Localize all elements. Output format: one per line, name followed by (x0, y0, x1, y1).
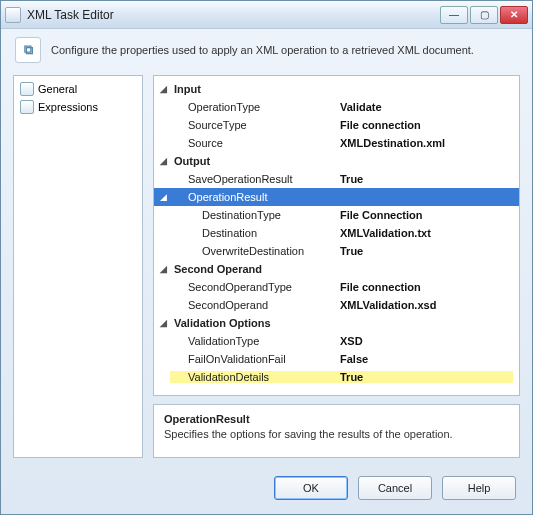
prop-label: OperationResult (170, 191, 340, 203)
nav-item-general[interactable]: General (14, 80, 142, 98)
prop-value[interactable]: True (340, 371, 513, 383)
page-icon (20, 82, 34, 96)
collapse-icon: ◢ (160, 264, 170, 274)
prop-label: OperationType (170, 101, 340, 113)
maximize-button[interactable]: ▢ (470, 6, 498, 24)
titlebar[interactable]: XML Task Editor — ▢ ✕ (1, 1, 532, 29)
prop-value[interactable]: XMLDestination.xml (340, 137, 513, 149)
minimize-button[interactable]: — (440, 6, 468, 24)
window-controls: — ▢ ✕ (440, 6, 528, 24)
prop-row-selected[interactable]: ◢ OperationResult (154, 188, 519, 206)
window-title: XML Task Editor (27, 8, 440, 22)
help-box: OperationResult Specifies the options fo… (153, 404, 520, 458)
prop-value[interactable]: Validate (340, 101, 513, 113)
body: General Expressions ◢ Input OperationTyp… (1, 75, 532, 466)
prop-value[interactable]: False (340, 353, 513, 365)
prop-label: ValidationDetails (170, 371, 340, 383)
prop-value[interactable]: XSD (340, 335, 513, 347)
cancel-button[interactable]: Cancel (358, 476, 432, 500)
prop-row[interactable]: SecondOperand XMLValidation.xsd (154, 296, 519, 314)
prop-value[interactable]: True (340, 245, 513, 257)
collapse-icon: ◢ (160, 84, 170, 94)
category-label: Input (170, 83, 340, 95)
prop-label: SecondOperand (170, 299, 340, 311)
description-row: ⧉ Configure the properties used to apply… (1, 29, 532, 75)
prop-row[interactable]: SourceType File connection (154, 116, 519, 134)
collapse-icon: ◢ (160, 318, 170, 328)
help-text: Specifies the options for saving the res… (164, 428, 509, 440)
prop-row[interactable]: OverwriteDestination True (154, 242, 519, 260)
property-grid[interactable]: ◢ Input OperationType Validate SourceTyp… (153, 75, 520, 396)
prop-label: SourceType (170, 119, 340, 131)
prop-row[interactable]: Destination XMLValidation.txt (154, 224, 519, 242)
prop-value[interactable]: File Connection (340, 209, 513, 221)
prop-row[interactable]: SaveOperationResult True (154, 170, 519, 188)
page-icon (20, 100, 34, 114)
prop-row[interactable]: SecondOperandType File connection (154, 278, 519, 296)
prop-label: Source (170, 137, 340, 149)
nav-label: Expressions (38, 101, 98, 113)
category-validation[interactable]: ◢ Validation Options (154, 314, 519, 332)
category-input[interactable]: ◢ Input (154, 80, 519, 98)
prop-row[interactable]: ValidationType XSD (154, 332, 519, 350)
help-title: OperationResult (164, 413, 509, 425)
category-output[interactable]: ◢ Output (154, 152, 519, 170)
main-panel: ◢ Input OperationType Validate SourceTyp… (153, 75, 520, 458)
task-icon: ⧉ (15, 37, 41, 63)
prop-row[interactable]: OperationType Validate (154, 98, 519, 116)
prop-label: OverwriteDestination (170, 245, 340, 257)
collapse-icon: ◢ (160, 156, 170, 166)
prop-value[interactable]: File connection (340, 119, 513, 131)
prop-value[interactable]: File connection (340, 281, 513, 293)
nav-panel: General Expressions (13, 75, 143, 458)
prop-label: ValidationType (170, 335, 340, 347)
app-icon (5, 7, 21, 23)
prop-label: FailOnValidationFail (170, 353, 340, 365)
category-label: Second Operand (170, 263, 340, 275)
prop-row-highlighted[interactable]: ValidationDetails True (154, 368, 519, 386)
description-text: Configure the properties used to apply a… (51, 44, 474, 56)
prop-value[interactable]: True (340, 173, 513, 185)
ok-button[interactable]: OK (274, 476, 348, 500)
button-row: OK Cancel Help (1, 466, 532, 514)
prop-row[interactable]: FailOnValidationFail False (154, 350, 519, 368)
category-label: Output (170, 155, 340, 167)
collapse-icon: ◢ (160, 192, 170, 202)
prop-value[interactable]: XMLValidation.txt (340, 227, 513, 239)
dialog-window: XML Task Editor — ▢ ✕ ⧉ Configure the pr… (0, 0, 533, 515)
prop-value[interactable]: XMLValidation.xsd (340, 299, 513, 311)
category-second-operand[interactable]: ◢ Second Operand (154, 260, 519, 278)
nav-label: General (38, 83, 77, 95)
nav-item-expressions[interactable]: Expressions (14, 98, 142, 116)
prop-row[interactable]: Source XMLDestination.xml (154, 134, 519, 152)
category-label: Validation Options (170, 317, 340, 329)
prop-label: Destination (170, 227, 340, 239)
close-button[interactable]: ✕ (500, 6, 528, 24)
prop-label: SaveOperationResult (170, 173, 340, 185)
prop-label: DestinationType (170, 209, 340, 221)
prop-label: SecondOperandType (170, 281, 340, 293)
prop-row[interactable]: DestinationType File Connection (154, 206, 519, 224)
help-button[interactable]: Help (442, 476, 516, 500)
